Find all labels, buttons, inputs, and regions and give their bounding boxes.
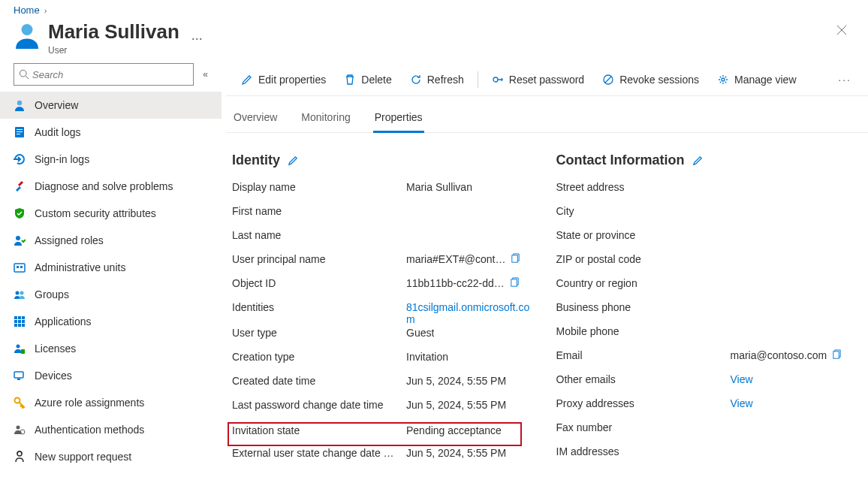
field-label: ZIP or postal code <box>556 253 731 265</box>
breadcrumb: Home › <box>0 0 868 16</box>
svg-rect-5 <box>17 129 23 130</box>
auth-icon <box>14 424 26 436</box>
svg-rect-7 <box>17 134 20 134</box>
svg-point-28 <box>17 426 20 430</box>
svg-line-2 <box>26 76 29 79</box>
toolbar-separator <box>478 71 478 88</box>
tab-overview[interactable]: Overview <box>232 107 279 133</box>
field-label: State or province <box>556 229 731 241</box>
sidebar-item-audit-logs[interactable]: Audit logs <box>0 119 222 146</box>
sidebar-item-label: Custom security attributes <box>35 207 156 219</box>
view-other-emails-link[interactable]: View <box>731 373 753 385</box>
refresh-icon <box>410 74 422 86</box>
sidebar-item-support[interactable]: New support request <box>0 443 222 470</box>
field-label: Proxy addresses <box>556 397 731 409</box>
field-label: Display name <box>232 181 406 193</box>
field-value: Jun 5, 2024, 5:55 PM <box>406 447 506 459</box>
sidebar-item-assigned-roles[interactable]: Assigned roles <box>0 227 222 254</box>
sidebar-item-label: Azure role assignments <box>35 397 144 409</box>
copy-icon[interactable] <box>510 253 521 264</box>
sidebar-item-label: Licenses <box>35 343 76 355</box>
refresh-button[interactable]: Refresh <box>401 63 473 95</box>
sidebar-item-auth-methods[interactable]: Authentication methods <box>0 416 222 443</box>
sidebar-item-applications[interactable]: Applications <box>0 308 222 335</box>
svg-line-33 <box>605 77 611 83</box>
collapse-sidebar-icon[interactable]: « <box>200 66 211 83</box>
svg-point-27 <box>15 398 20 403</box>
field-label: Mobile phone <box>556 325 731 337</box>
sidebar-item-licenses[interactable]: Licenses <box>0 335 222 362</box>
sidebar-item-groups[interactable]: Groups <box>0 281 222 308</box>
field-value: Guest <box>406 327 434 339</box>
toolbar-label: Edit properties <box>258 74 326 86</box>
field-label: Email <box>556 349 731 361</box>
field-value: maria#EXT#@cont… <box>406 253 505 265</box>
svg-point-34 <box>722 78 725 81</box>
field-label: First name <box>232 205 406 217</box>
sidebar-item-diagnose[interactable]: Diagnose and solve problems <box>0 173 222 200</box>
toolbar-overflow-icon[interactable]: ··· <box>827 74 862 86</box>
field-label: Business phone <box>556 301 731 313</box>
field-value: Jun 5, 2024, 5:55 PM <box>406 399 506 411</box>
close-icon[interactable] <box>832 20 851 40</box>
sidebar-item-overview[interactable]: Overview <box>0 92 222 119</box>
svg-rect-16 <box>22 316 25 319</box>
revoke-sessions-button[interactable]: Revoke sessions <box>593 63 708 95</box>
sidebar-item-signin-logs[interactable]: Sign-in logs <box>0 146 222 173</box>
sidebar-item-label: Sign-in logs <box>35 153 89 165</box>
copy-icon[interactable] <box>831 349 842 361</box>
view-proxy-link[interactable]: View <box>731 397 753 409</box>
field-value: Maria Sullivan <box>406 181 472 193</box>
sidebar-item-label: Diagnose and solve problems <box>35 180 173 192</box>
license-icon <box>14 343 26 355</box>
tabs: Overview Monitoring Properties <box>226 96 868 133</box>
field-label: Creation type <box>232 351 406 363</box>
edit-identity-icon[interactable] <box>288 155 299 166</box>
tab-monitoring[interactable]: Monitoring <box>300 107 351 133</box>
search-icon <box>19 69 29 80</box>
field-value-link[interactable]: 81csilgmail.onmicrosoft.com <box>406 301 538 325</box>
page-header: Maria Sullivan ··· User <box>0 16 868 63</box>
breadcrumb-home[interactable]: Home <box>14 5 40 16</box>
sidebar-item-azure-roles[interactable]: Azure role assignments <box>0 389 222 416</box>
signin-icon <box>14 153 26 165</box>
identity-section: Identity Display nameMaria Sullivan Firs… <box>232 152 538 495</box>
sidebar-item-devices[interactable]: Devices <box>0 362 222 389</box>
tab-properties[interactable]: Properties <box>373 107 424 133</box>
toolbar-label: Reset password <box>509 74 584 86</box>
sidebar-item-admin-units[interactable]: Administrative units <box>0 254 222 281</box>
svg-rect-10 <box>17 266 19 268</box>
svg-point-31 <box>493 77 498 82</box>
edit-contact-icon[interactable] <box>692 155 704 166</box>
edit-properties-button[interactable]: Edit properties <box>232 63 335 95</box>
page-subtitle: User <box>48 45 203 56</box>
svg-rect-15 <box>18 316 21 319</box>
svg-rect-22 <box>22 324 25 327</box>
more-icon[interactable]: ··· <box>191 31 203 46</box>
reset-password-button[interactable]: Reset password <box>483 63 593 95</box>
key-icon <box>14 397 26 409</box>
svg-rect-20 <box>14 324 17 327</box>
field-label: Object ID <box>232 277 406 289</box>
sidebar-item-label: Administrative units <box>35 261 125 273</box>
section-title-identity: Identity <box>232 152 280 168</box>
sidebar-item-security-attrs[interactable]: Custom security attributes <box>0 200 222 227</box>
key-icon <box>492 74 504 86</box>
svg-rect-18 <box>18 320 21 323</box>
field-label: External user state change date … <box>232 447 406 459</box>
sidebar-item-label: Applications <box>35 315 92 327</box>
properties-content: Identity Display nameMaria Sullivan Firs… <box>226 133 868 495</box>
groups-icon <box>14 288 26 300</box>
svg-point-0 <box>22 24 33 35</box>
copy-icon[interactable] <box>509 277 520 288</box>
field-label: IM addresses <box>556 445 731 457</box>
field-value: maria@contoso.com <box>731 349 827 361</box>
svg-point-8 <box>16 236 20 240</box>
delete-button[interactable]: Delete <box>335 63 400 95</box>
search-input[interactable] <box>14 63 194 86</box>
field-label: City <box>556 205 731 217</box>
manage-view-button[interactable]: Manage view <box>708 63 806 95</box>
contact-section: Contact Information Street address City … <box>556 152 863 495</box>
svg-point-13 <box>20 291 24 295</box>
log-icon <box>14 126 26 138</box>
